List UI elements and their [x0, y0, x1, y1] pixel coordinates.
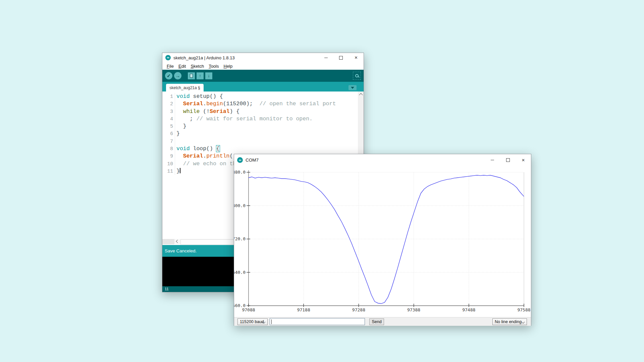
plotter-titlebar[interactable]: COM7: [234, 154, 531, 166]
code-text: while (!Serial) {: [175, 108, 239, 115]
menu-file[interactable]: File: [164, 64, 176, 69]
menu-bar: FileEditSketchToolsHelp: [162, 62, 364, 70]
svg-text:720.0: 720.0: [234, 236, 246, 241]
svg-text:640.0: 640.0: [234, 270, 246, 275]
code-line[interactable]: 2 Serial.begin(115200); // open the seri…: [162, 100, 358, 108]
chevron-down-icon: [351, 87, 354, 89]
menu-tools[interactable]: Tools: [206, 64, 221, 69]
document-icon: [190, 74, 193, 78]
tab-sketch[interactable]: sketch_aug21a §: [166, 84, 204, 92]
chevron-down-icon: [522, 320, 525, 324]
code-text: // we echo on th: [175, 160, 236, 168]
svg-text:97188: 97188: [297, 307, 310, 312]
menu-help[interactable]: Help: [221, 64, 235, 69]
text-caret: [271, 319, 272, 324]
serial-send-input[interactable]: [270, 318, 365, 325]
magnifier-icon: [355, 74, 359, 77]
close-button[interactable]: [348, 53, 364, 62]
plotter-window-controls: [485, 154, 531, 166]
scroll-left-button[interactable]: [174, 239, 180, 244]
line-number: 6: [162, 130, 175, 137]
line-number: 10: [162, 160, 175, 168]
code-text: Serial.println(: [175, 153, 233, 160]
ide-toolbar: ✓ → ↑ ↓: [162, 70, 364, 82]
close-button[interactable]: [516, 154, 531, 166]
line-number: 5: [162, 123, 175, 130]
arduino-infinity-icon: [165, 55, 171, 60]
line-number: 11: [162, 168, 175, 175]
menu-edit[interactable]: Edit: [176, 64, 188, 69]
plotter-window-title: COM7: [246, 158, 259, 163]
svg-text:97488: 97488: [462, 307, 475, 312]
verify-button[interactable]: ✓: [165, 72, 172, 79]
chevron-up-icon: [359, 93, 363, 97]
code-line[interactable]: 4 ; // wait for serial monitor to open.: [162, 115, 358, 123]
ide-window-title: sketch_aug21a | Arduino 1.8.13: [173, 55, 235, 60]
desktop: { "background_color": "#dbf4f5", "theme"…: [0, 0, 644, 362]
save-button[interactable]: ↓: [205, 72, 212, 79]
menu-sketch[interactable]: Sketch: [188, 64, 206, 69]
serial-monitor-button[interactable]: [353, 72, 361, 80]
line-number: 7: [162, 138, 175, 145]
send-button-label: Send: [372, 319, 381, 324]
baud-rate-select[interactable]: 115200 baud: [237, 318, 268, 325]
line-number: 8: [162, 145, 175, 153]
send-button[interactable]: Send: [369, 318, 384, 325]
svg-text:97288: 97288: [352, 307, 365, 312]
ide-titlebar[interactable]: sketch_aug21a | Arduino 1.8.13: [162, 53, 364, 62]
tab-label: sketch_aug21a §: [169, 85, 200, 90]
ide-window-controls: [318, 53, 364, 62]
code-text: void setup() {: [175, 93, 223, 100]
line-number: 3: [162, 108, 175, 115]
code-line[interactable]: 7: [162, 138, 358, 145]
code-line[interactable]: 5 }: [162, 123, 358, 130]
code-text: void loop() {: [175, 145, 220, 153]
minimize-button[interactable]: [485, 154, 500, 166]
serial-plot: 880.0800.0720.0640.0560.0970889718897288…: [234, 166, 531, 317]
serial-plotter-window: COM7 880.0800.0720.0640.0560.09708897188…: [234, 154, 531, 326]
line-ending-value: No line ending: [495, 319, 522, 324]
svg-text:97588: 97588: [517, 307, 530, 312]
svg-text:97388: 97388: [407, 307, 420, 312]
code-text: [175, 138, 176, 145]
svg-text:97088: 97088: [242, 307, 255, 312]
minimize-button[interactable]: [318, 53, 333, 62]
open-button[interactable]: ↑: [197, 72, 204, 79]
scroll-up-button[interactable]: [358, 92, 364, 97]
code-line[interactable]: 8void loop() {: [162, 145, 358, 153]
code-line[interactable]: 1void setup() {: [162, 93, 358, 100]
code-line[interactable]: 6}: [162, 130, 358, 137]
baud-rate-value: 115200 baud: [240, 319, 264, 324]
editor-caret: [180, 168, 180, 173]
tab-bar: sketch_aug21a §: [162, 82, 364, 92]
line-number: 9: [162, 153, 175, 160]
svg-text:880.0: 880.0: [234, 170, 246, 175]
line-number: 1: [162, 93, 175, 100]
code-text: Serial.begin(115200); // open the serial…: [175, 100, 336, 108]
line-number: 2: [162, 100, 175, 108]
svg-text:800.0: 800.0: [234, 203, 246, 208]
status-message: Save Canceled.: [165, 248, 197, 253]
code-text: }: [175, 168, 180, 175]
code-text: ; // wait for serial monitor to open.: [175, 115, 313, 123]
line-number: 4: [162, 115, 175, 123]
new-sketch-button[interactable]: [188, 72, 195, 79]
arduino-infinity-icon: [237, 157, 243, 163]
code-text: }: [175, 123, 186, 130]
maximize-button[interactable]: [333, 53, 348, 62]
code-text: }: [175, 130, 180, 137]
current-line-number: 11: [165, 287, 169, 291]
code-line[interactable]: 3 while (!Serial) {: [162, 108, 358, 115]
tab-menu-button[interactable]: [348, 85, 357, 90]
plotter-bottom-bar: 115200 baud Send No line ending: [234, 317, 531, 326]
chevron-left-icon: [176, 240, 179, 243]
maximize-button[interactable]: [500, 154, 516, 166]
line-ending-select[interactable]: No line ending: [492, 318, 527, 325]
scrollbar-track[interactable]: [162, 239, 174, 244]
upload-button[interactable]: →: [174, 72, 181, 79]
